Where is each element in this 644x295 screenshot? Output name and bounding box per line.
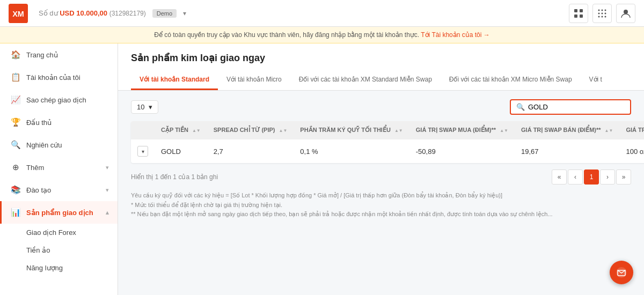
education-icon: 📚 xyxy=(10,185,21,195)
chat-button[interactable] xyxy=(610,261,633,284)
balance-label: Số dư xyxy=(39,9,58,17)
sidebar-item-dau-thu[interactable]: 🏆 Đấu thủ xyxy=(0,111,118,134)
svg-point-9 xyxy=(598,12,600,14)
logo: XM xyxy=(9,4,28,23)
page-prev-button[interactable]: ‹ xyxy=(568,169,583,185)
table-header: CẶP TIỀN ▲▼ SPREAD CHỈ TỪ (PIP) ▲▼ PHẦN … xyxy=(131,121,644,139)
sidebar-item-nghien-cuu[interactable]: 🔍 Nghiên cứu xyxy=(0,134,118,156)
table-row: ▾ GOLD 2,7 0,1 % -50,89 19,67 100 oz xyxy=(131,139,644,164)
sidebar-item-dao-tao[interactable]: 📚 Đào tạo ▾ xyxy=(0,179,118,201)
main-layout: 🏠 Trang chủ 📋 Tài khoản của tôi 📈 Sao ch… xyxy=(0,43,644,295)
notif-link[interactable]: Tới Tài khoản của tôi → xyxy=(421,31,490,39)
data-table: CẶP TIỀN ▲▼ SPREAD CHỈ TỪ (PIP) ▲▼ PHẦN … xyxy=(131,121,644,163)
svg-rect-4 xyxy=(574,14,577,18)
user-icon-button[interactable] xyxy=(616,4,635,23)
tab-voi-t[interactable]: Với t xyxy=(581,70,611,90)
sidebar-item-san-pham[interactable]: 📊 Sản phẩm giao dịch ▴ xyxy=(0,201,118,224)
svg-point-12 xyxy=(598,16,600,17)
content-header: Sản phẩm kim loại giao ngay Với tài khoả… xyxy=(118,43,644,91)
col-cap-tien[interactable]: CẶP TIỀN ▲▼ xyxy=(155,121,207,139)
cell-swap-ban: 19,67 xyxy=(515,139,619,164)
tab-xm-micro-mien-swap[interactable]: Đối với các tài khoản XM Micro Miễn Swap xyxy=(441,70,581,90)
sidebar-label-san-pham: Sản phẩm giao dịch xyxy=(26,209,93,217)
search-box: 🔍 xyxy=(510,99,631,115)
content-body: 10 ▾ 🔍 CẶP TIỀN ▲▼ xyxy=(118,91,644,295)
svg-point-15 xyxy=(624,10,628,14)
page-1-button[interactable]: 1 xyxy=(584,169,599,185)
search-input[interactable] xyxy=(528,103,625,111)
copy-icon: 📈 xyxy=(10,95,21,105)
account-icon: 📋 xyxy=(10,72,21,82)
plus-icon: ⊕ xyxy=(10,163,21,172)
pagination-info: Hiển thị 1 đến 1 của 1 bản ghi xyxy=(131,173,218,181)
tab-xm-standard-mien-swap[interactable]: Đối với các tài khoản XM Standard Miễn S… xyxy=(290,70,441,90)
sidebar-item-them[interactable]: ⊕ Thêm ▾ xyxy=(0,156,118,179)
topbar-right xyxy=(569,4,635,23)
sidebar-sub-item-nang-luong[interactable]: Năng lượng xyxy=(0,259,118,277)
sidebar-item-trang-chu[interactable]: 🏠 Trang chủ xyxy=(0,43,118,66)
sidebar-item-sao-chep[interactable]: 📈 Sao chép giao dịch xyxy=(0,88,118,111)
sort-arrows-swap-mua: ▲▼ xyxy=(500,128,508,133)
svg-rect-3 xyxy=(580,9,583,12)
table-controls: 10 ▾ 🔍 xyxy=(131,99,631,115)
sidebar-label-tai-khoan: Tài khoản của tôi xyxy=(26,73,80,82)
pagination-buttons: « ‹ 1 › » xyxy=(552,169,631,185)
tab-micro[interactable]: Với tài khoản Micro xyxy=(218,70,290,90)
page-first-button[interactable]: « xyxy=(552,169,567,185)
dao-tao-chevron-icon: ▾ xyxy=(106,187,109,194)
sidebar-sub-label-forex: Giao dịch Forex xyxy=(26,228,76,237)
col-expand xyxy=(131,121,155,139)
per-page-value: 10 xyxy=(137,103,144,111)
sidebar-label-dao-tao: Đào tạo xyxy=(26,186,51,194)
sidebar-item-tai-khoan[interactable]: 📋 Tài khoản của tôi xyxy=(0,66,118,88)
cell-phan-tram: 0,1 % xyxy=(294,139,409,164)
col-phan-tram[interactable]: PHẦN TRĂM KÝ QUỸ TỐI THIỂU ▲▼ xyxy=(294,121,409,139)
home-icon: 🏠 xyxy=(10,50,21,60)
account-chevron-icon[interactable]: ▾ xyxy=(183,10,186,17)
col-swap-mua[interactable]: GIÁ TRỊ SWAP MUA (ĐIỂM)** ▲▼ xyxy=(409,121,515,139)
sidebar-sub-label-tien-ao: Tiền ảo xyxy=(26,246,50,254)
pagination-area: Hiển thị 1 đến 1 của 1 bản ghi « ‹ 1 › » xyxy=(131,169,631,185)
notification-bar: Để có toàn quyền truy cập vào Khu vực th… xyxy=(0,27,644,43)
footer-note-1: * Mức tối thiểu để đặt lệnh chờ tại giá … xyxy=(131,201,631,210)
col-spread[interactable]: SPREAD CHỈ TỪ (PIP) ▲▼ xyxy=(207,121,294,139)
sidebar-label-them: Thêm xyxy=(26,164,44,172)
san-pham-chevron-icon: ▴ xyxy=(106,209,109,216)
sort-arrows-cap-tien: ▲▼ xyxy=(192,128,201,133)
cell-spread: 2,7 xyxy=(207,139,294,164)
sidebar-label-trang-chu: Trang chủ xyxy=(26,51,58,59)
trophy-icon: 🏆 xyxy=(10,117,21,127)
page-title: Sản phẩm kim loại giao ngay xyxy=(131,52,631,64)
svg-point-6 xyxy=(598,9,600,11)
sidebar-sub-item-forex[interactable]: Giao dịch Forex xyxy=(0,224,118,241)
sort-arrows-phan-tram: ▲▼ xyxy=(394,128,403,133)
demo-badge: Demo xyxy=(152,9,177,18)
products-icon: 📊 xyxy=(10,208,21,217)
per-page-select[interactable]: 10 ▾ xyxy=(131,100,158,114)
expand-button[interactable]: ▾ xyxy=(137,146,148,157)
cell-gia-tri-lot: 100 oz xyxy=(619,139,644,164)
svg-point-10 xyxy=(602,12,603,14)
footer-note-2: ** Nếu bạn đặt một lệnh mở sang ngày gia… xyxy=(131,210,631,219)
per-page-chevron-icon: ▾ xyxy=(149,103,152,111)
svg-text:XM: XM xyxy=(12,10,24,18)
research-icon: 🔍 xyxy=(10,140,21,150)
page-last-button[interactable]: » xyxy=(616,169,631,185)
sidebar-label-dau-thu: Đấu thủ xyxy=(26,119,52,127)
page-next-button[interactable]: › xyxy=(600,169,615,185)
tab-standard[interactable]: Với tài khoản Standard xyxy=(131,70,218,90)
svg-point-13 xyxy=(602,16,603,17)
col-gia-tri-lot[interactable]: GIÁ TRỊ 1 LOT ▲▼ xyxy=(619,121,644,139)
apps-icon-button[interactable] xyxy=(592,4,612,23)
cell-swap-mua: -50,89 xyxy=(409,139,515,164)
sidebar-label-sao-chep: Sao chép giao dịch xyxy=(26,96,86,104)
sidebar-sub-item-tien-ao[interactable]: Tiền ảo xyxy=(0,241,118,259)
svg-point-8 xyxy=(605,9,606,11)
cell-cap-tien: GOLD xyxy=(155,139,207,164)
balance-info: Số dư USD 10.000,00 (312982179) xyxy=(39,9,146,17)
balance-amount: USD 10.000,00 xyxy=(60,9,107,17)
svg-point-14 xyxy=(605,16,606,17)
footer-notes: Yêu cầu ký quỹ đối với các ký hiệu = [Số… xyxy=(131,191,631,219)
grid-icon-button[interactable] xyxy=(569,4,588,23)
col-swap-ban[interactable]: GIÁ TRỊ SWAP BÁN (ĐIỂM)** ▲▼ xyxy=(515,121,619,139)
